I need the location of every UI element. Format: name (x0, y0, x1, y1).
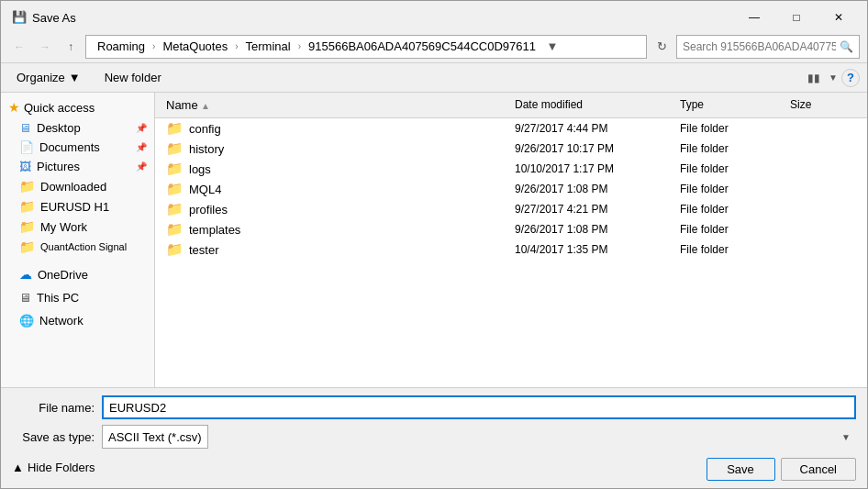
sidebar-item-quantaction[interactable]: 📁 QuantAction Signal (1, 237, 154, 257)
breadcrumb-roaming[interactable]: Roaming (94, 38, 149, 55)
up-button[interactable]: ↑ (60, 36, 82, 58)
title-icon: 💾 (12, 10, 27, 25)
sidebar-item-onedrive[interactable]: ☁ OneDrive (1, 264, 154, 284)
col-header-name[interactable]: Name ▲ (162, 94, 511, 116)
folder-icon: 📁 (166, 120, 184, 137)
file-name-cell: 📁 profiles (162, 199, 511, 219)
type-cell: File folder (676, 140, 786, 157)
thispc-icon: 🖥 (19, 291, 31, 305)
sidebar-item-mywork[interactable]: 📁 My Work (1, 217, 154, 237)
table-row[interactable]: 📁 templates 9/26/2017 1:08 PM File folde… (155, 219, 867, 239)
size-cell (786, 187, 860, 191)
help-button[interactable]: ? (841, 69, 860, 87)
col-header-date[interactable]: Date modified (511, 94, 676, 116)
date-cell: 9/26/2017 1:08 PM (511, 181, 676, 197)
table-row[interactable]: 📁 profiles 9/27/2017 4:21 PM File folder (155, 199, 867, 219)
dialog-title: Save As (32, 11, 733, 25)
date-cell: 10/10/2017 1:17 PM (511, 161, 676, 177)
file-name-label: File name: (12, 401, 95, 415)
maximize-button[interactable]: □ (775, 6, 818, 28)
date-cell: 9/27/2017 4:21 PM (511, 201, 676, 217)
saveastype-row: Save as type: ASCII Text (*.csv) ▼ (12, 425, 856, 449)
type-cell: File folder (676, 241, 786, 258)
bottom-bar: File name: Save as type: ASCII Text (*.c… (1, 387, 867, 488)
type-cell: File folder (676, 120, 786, 137)
refresh-button[interactable]: ↻ (651, 36, 673, 58)
chevron-up-icon: ▲ (12, 461, 24, 474)
breadcrumb-folder[interactable]: 915566BA06ADA407569C544CC0D97611 (305, 38, 540, 55)
sidebar-item-documents[interactable]: 📄 Documents 📌 (1, 138, 154, 157)
close-button[interactable]: ✕ (818, 6, 860, 28)
table-row[interactable]: 📁 config 9/27/2017 4:44 PM File folder (155, 118, 867, 139)
table-row[interactable]: 📁 tester 10/4/2017 1:35 PM File folder (155, 239, 867, 260)
pictures-icon: 🖼 (19, 160, 31, 173)
folder-icon: 📁 (166, 181, 184, 197)
size-cell (786, 248, 860, 251)
forward-button[interactable]: → (34, 36, 56, 58)
pin-icon: 📌 (136, 123, 147, 133)
col-header-type[interactable]: Type (676, 94, 786, 116)
date-cell: 9/27/2017 4:44 PM (511, 120, 676, 137)
address-dropdown-button[interactable]: ▼ (543, 36, 562, 58)
sidebar-item-thispc[interactable]: 🖥 This PC (1, 288, 154, 307)
eurusd-folder-icon: 📁 (19, 199, 35, 214)
date-cell: 10/4/2017 1:35 PM (511, 241, 676, 258)
file-name-cell: 📁 logs (162, 159, 511, 179)
table-row[interactable]: 📁 MQL4 9/26/2017 1:08 PM File folder (155, 179, 867, 199)
view-button[interactable]: ▮▮ (803, 67, 825, 89)
address-bar: Roaming › MetaQuotes › Terminal › 915566… (85, 35, 647, 59)
file-name-cell: 📁 tester (162, 239, 511, 260)
sort-indicator: ▲ (201, 101, 210, 111)
view-controls: ▮▮ ▼ ? (803, 67, 860, 89)
sidebar-item-desktop[interactable]: 🖥 Desktop 📌 (1, 118, 154, 138)
save-button[interactable]: Save (707, 458, 775, 481)
size-cell (786, 127, 860, 130)
size-cell (786, 147, 860, 150)
desktop-icon: 🖥 (19, 121, 31, 135)
date-cell: 9/26/2017 10:17 PM (511, 140, 676, 157)
breadcrumb-terminal[interactable]: Terminal (242, 38, 295, 55)
minimize-button[interactable]: — (733, 6, 775, 28)
title-controls: — □ ✕ (733, 6, 860, 28)
sidebar: ★ Quick access 🖥 Desktop 📌 📄 Documents 📌… (1, 93, 155, 387)
downloaded-folder-icon: 📁 (19, 179, 35, 194)
folder-icon: 📁 (166, 140, 184, 157)
footer-actions: Save Cancel (707, 454, 856, 481)
save-as-dialog: 💾 Save As — □ ✕ ← → ↑ Roaming › MetaQuot… (0, 0, 868, 489)
onedrive-icon: ☁ (19, 267, 32, 282)
folder-icon: 📁 (166, 241, 184, 258)
file-name-cell: 📁 templates (162, 219, 511, 239)
type-cell: File folder (676, 181, 786, 197)
back-button[interactable]: ← (8, 36, 30, 58)
hide-folders-toggle[interactable]: ▲ Hide Folders (12, 461, 95, 474)
title-bar: 💾 Save As — □ ✕ (1, 1, 867, 30)
save-as-type-select[interactable]: ASCII Text (*.csv) (102, 425, 208, 449)
select-arrow-icon: ▼ (841, 432, 851, 442)
size-cell (786, 167, 860, 171)
main-area: ★ Quick access 🖥 Desktop 📌 📄 Documents 📌… (1, 93, 867, 387)
save-as-type-label: Save as type: (12, 430, 95, 444)
folder-icon: 📁 (166, 221, 184, 238)
type-cell: File folder (676, 201, 786, 217)
file-name-cell: 📁 MQL4 (162, 179, 511, 199)
quick-access-header[interactable]: ★ Quick access (1, 96, 154, 118)
sidebar-item-downloaded[interactable]: 📁 Downloaded (1, 176, 154, 196)
sidebar-item-network[interactable]: 🌐 Network (1, 311, 154, 330)
breadcrumb-metaquotes[interactable]: MetaQuotes (159, 38, 231, 55)
table-row[interactable]: 📁 logs 10/10/2017 1:17 PM File folder (155, 159, 867, 179)
documents-icon: 📄 (19, 140, 34, 154)
file-name-input[interactable] (102, 395, 856, 419)
search-input[interactable] (683, 40, 836, 53)
col-header-size[interactable]: Size (786, 94, 860, 116)
search-icon: 🔍 (840, 40, 853, 53)
sidebar-item-pictures[interactable]: 🖼 Pictures 📌 (1, 157, 154, 176)
file-list-header: Name ▲ Date modified Type Size (155, 93, 867, 118)
organize-button[interactable]: Organize ▼ (8, 67, 89, 88)
sidebar-item-eurusd[interactable]: 📁 EURUSD H1 (1, 196, 154, 217)
quantaction-folder-icon: 📁 (19, 239, 35, 254)
new-folder-button[interactable]: New folder (96, 67, 170, 88)
mywork-folder-icon: 📁 (19, 219, 35, 234)
table-row[interactable]: 📁 history 9/26/2017 10:17 PM File folder (155, 139, 867, 159)
cancel-button[interactable]: Cancel (781, 458, 856, 481)
pin-icon-docs: 📌 (136, 142, 147, 152)
